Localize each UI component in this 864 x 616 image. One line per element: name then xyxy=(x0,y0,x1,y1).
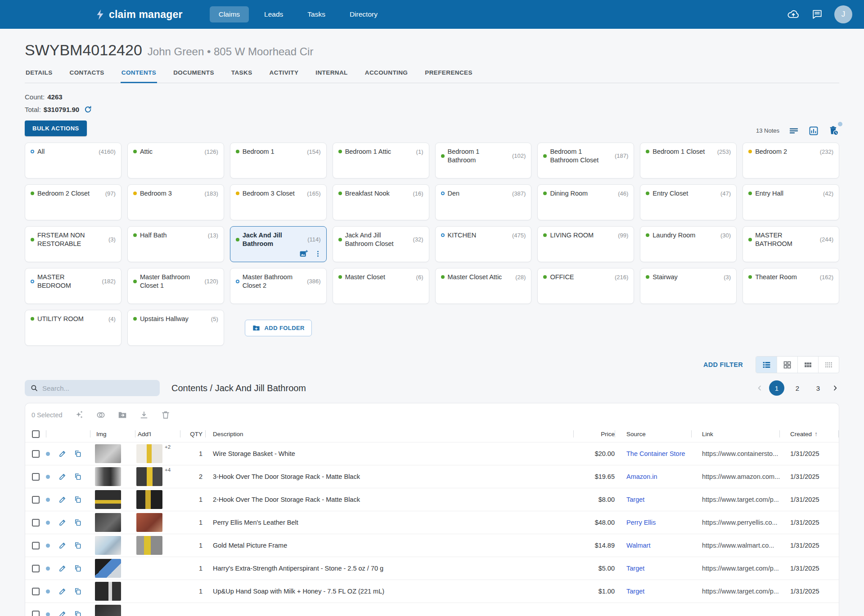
next-page-icon[interactable] xyxy=(831,384,839,392)
item-addl-image[interactable] xyxy=(136,513,162,532)
bulk-actions-button[interactable]: BULK ACTIONS xyxy=(25,121,87,136)
item-url[interactable]: https://www.target.com/p... xyxy=(691,488,779,511)
folder-card[interactable]: Den (387) xyxy=(435,184,532,220)
merge-icon[interactable] xyxy=(96,410,106,420)
tab-documents[interactable]: DOCUMENTS xyxy=(172,64,215,83)
download-icon[interactable] xyxy=(139,410,149,420)
folder-card[interactable]: Jack And Jill Bathroom Closet (32) xyxy=(333,226,429,262)
item-image[interactable] xyxy=(95,444,121,463)
folder-card[interactable]: Upstairs Hallway (5) xyxy=(127,310,224,346)
column-header-description[interactable]: Description xyxy=(205,426,573,442)
item-url[interactable] xyxy=(691,603,779,616)
item-description[interactable]: 2-Hook Over The Door Storage Rack - Matt… xyxy=(205,488,573,511)
item-image[interactable] xyxy=(95,605,121,616)
row-checkbox[interactable] xyxy=(32,473,40,481)
folder-card[interactable]: Entry Hall (42) xyxy=(742,184,839,220)
copy-icon[interactable] xyxy=(74,564,82,572)
item-url[interactable]: https://www.target.com/p... xyxy=(691,580,779,603)
folder-card[interactable]: KITCHEN (475) xyxy=(435,226,532,262)
item-url[interactable]: https://www.target.com/p... xyxy=(691,557,779,580)
edit-icon[interactable] xyxy=(58,587,67,595)
folder-card[interactable]: Master Closet Attic (28) xyxy=(435,268,532,304)
copy-icon[interactable] xyxy=(74,473,82,481)
nav-item-tasks[interactable]: Tasks xyxy=(298,6,334,22)
folder-card[interactable]: Stairway (3) xyxy=(640,268,737,304)
item-url[interactable]: https://www.walmart.co... xyxy=(691,534,779,557)
item-source-link[interactable]: Walmart xyxy=(615,534,691,557)
folder-card[interactable]: Bedroom 2 Closet (97) xyxy=(25,184,122,220)
folder-card[interactable]: LIVING ROOM (99) xyxy=(537,226,634,262)
tab-activity[interactable]: ACTIVITY xyxy=(269,64,300,83)
folder-card[interactable]: Bedroom 3 (183) xyxy=(127,184,224,220)
column-header-img[interactable]: Img xyxy=(90,426,135,442)
chart-icon[interactable] xyxy=(808,125,819,136)
item-source-link[interactable] xyxy=(615,603,691,616)
copy-icon[interactable] xyxy=(74,518,82,527)
column-header-link[interactable]: Link xyxy=(691,426,779,442)
tab-contacts[interactable]: CONTACTS xyxy=(69,64,105,83)
ai-sparkle-icon[interactable] xyxy=(74,410,84,420)
item-source-link[interactable]: Target xyxy=(615,580,691,603)
folder-card[interactable]: Bedroom 1 Bathroom Closet (187) xyxy=(537,143,634,179)
deleted-items-icon[interactable] xyxy=(828,125,839,136)
select-all-checkbox[interactable] xyxy=(32,430,40,438)
item-description[interactable]: Up&Up Hand Soap with Milk + Honey - 7.5 … xyxy=(205,580,573,603)
item-source-link[interactable]: Target xyxy=(615,557,691,580)
folder-card[interactable]: UTILITY ROOM (4) xyxy=(25,310,122,346)
add-filter-button[interactable]: ADD FILTER xyxy=(703,361,743,368)
list-view-icon[interactable] xyxy=(756,357,777,373)
folder-card[interactable]: Bedroom 1 Bathroom (102) xyxy=(435,143,532,179)
chat-icon[interactable] xyxy=(811,8,824,21)
folder-card[interactable]: Master Bathroom Closet 2 (386) xyxy=(230,268,327,304)
item-image[interactable] xyxy=(95,513,121,532)
copy-icon[interactable] xyxy=(74,450,82,458)
tab-contents[interactable]: CONTENTS xyxy=(121,64,157,83)
row-checkbox[interactable] xyxy=(32,519,40,527)
item-image[interactable] xyxy=(95,582,121,601)
item-image[interactable] xyxy=(95,536,121,555)
column-header-source[interactable]: Source xyxy=(615,426,691,442)
folder-card[interactable]: MASTER BEDROOM (182) xyxy=(25,268,122,304)
item-description[interactable]: 3-Hook Over The Door Storage Rack - Matt… xyxy=(205,465,573,488)
row-checkbox[interactable] xyxy=(32,496,40,504)
item-image[interactable] xyxy=(95,559,121,578)
user-avatar[interactable]: J xyxy=(834,5,852,23)
tab-accounting[interactable]: ACCOUNTING xyxy=(364,64,409,83)
folder-card[interactable]: Bedroom 2 (232) xyxy=(742,143,839,179)
tab-preferences[interactable]: PREFERENCES xyxy=(424,64,473,83)
move-to-folder-icon[interactable] xyxy=(117,410,127,420)
kebab-menu-icon[interactable] xyxy=(314,250,322,258)
refresh-icon[interactable] xyxy=(84,105,92,114)
row-checkbox[interactable] xyxy=(32,542,40,549)
folder-card[interactable]: Breakfast Nook (16) xyxy=(333,184,429,220)
grid-view-icon[interactable] xyxy=(797,357,818,373)
prev-page-icon[interactable] xyxy=(756,384,764,392)
item-description[interactable] xyxy=(205,603,573,616)
delete-icon[interactable] xyxy=(161,410,171,420)
folder-card[interactable]: All (4160) xyxy=(25,143,122,179)
folder-card[interactable]: Entry Closet (47) xyxy=(640,184,737,220)
item-source-link[interactable]: Target xyxy=(615,488,691,511)
column-header-price[interactable]: Price xyxy=(573,426,615,442)
item-source-link[interactable]: Perry Ellis xyxy=(615,511,691,534)
compact-view-icon[interactable] xyxy=(818,357,839,373)
edit-icon[interactable] xyxy=(58,541,67,549)
copy-icon[interactable] xyxy=(74,610,82,616)
nav-item-leads[interactable]: Leads xyxy=(255,6,292,22)
item-description[interactable]: Perry Ellis Men's Leather Belt xyxy=(205,511,573,534)
edit-icon[interactable] xyxy=(58,473,67,481)
add-folder-button[interactable]: ADD FOLDER xyxy=(245,320,312,336)
item-description[interactable]: Harry's Extra-Strength Antiperspirant - … xyxy=(205,557,573,580)
page-2[interactable]: 2 xyxy=(790,380,805,396)
row-checkbox[interactable] xyxy=(32,565,40,572)
edit-icon[interactable] xyxy=(58,518,67,527)
page-3[interactable]: 3 xyxy=(810,380,826,396)
folder-card[interactable]: Master Bathroom Closet 1 (120) xyxy=(127,268,224,304)
folder-card[interactable]: Half Bath (13) xyxy=(127,226,224,262)
cloud-upload-icon[interactable] xyxy=(787,8,800,21)
tab-details[interactable]: DETAILS xyxy=(25,64,54,83)
copy-icon[interactable] xyxy=(74,541,82,549)
item-source-link[interactable]: Amazon.in xyxy=(615,465,691,488)
copy-icon[interactable] xyxy=(74,495,82,504)
item-addl-image[interactable] xyxy=(136,444,162,463)
